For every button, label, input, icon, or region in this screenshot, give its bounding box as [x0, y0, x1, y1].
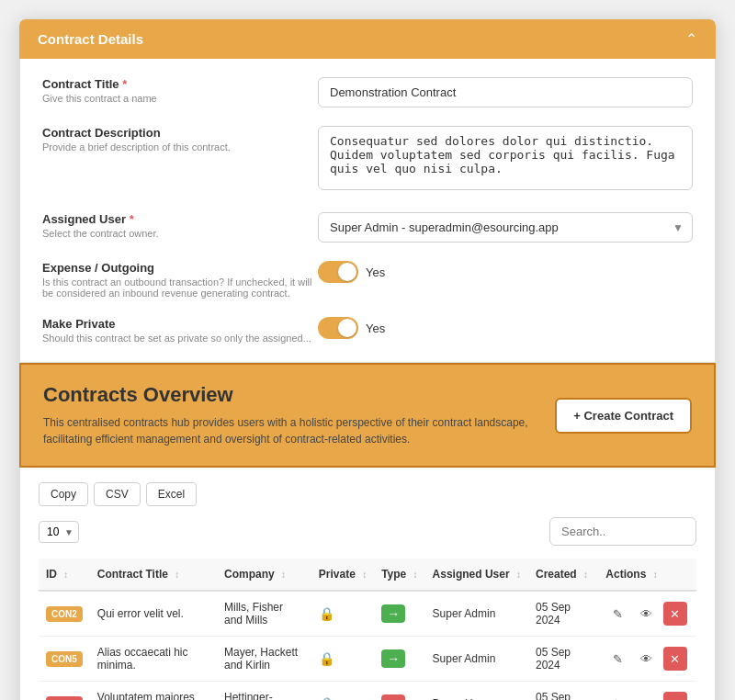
- edit-button[interactable]: ✎: [605, 647, 629, 671]
- th-id: ID ↕: [39, 559, 90, 591]
- th-company: Company ↕: [217, 559, 311, 591]
- th-private: Private ↕: [311, 559, 374, 591]
- lock-icon: 🔒: [319, 696, 334, 700]
- edit-button[interactable]: ✎: [605, 692, 629, 700]
- cell-id: CON2: [39, 591, 90, 637]
- contract-title-label-group: Contract Title * Give this contract a na…: [42, 77, 318, 104]
- make-private-label-group: Make Private Should this contract be set…: [42, 317, 318, 344]
- assigned-user-row: Assigned User * Select the contract owne…: [42, 212, 693, 243]
- expense-row: Expense / Outgoing Is this contract an o…: [42, 261, 693, 299]
- make-private-row: Make Private Should this contract be set…: [42, 317, 693, 344]
- contract-badge: CON2: [46, 606, 83, 622]
- make-private-toggle[interactable]: [318, 317, 358, 339]
- cell-company: Hettinger-Macejkovic: [217, 682, 311, 701]
- chevron-up-icon: ⌃: [685, 30, 697, 48]
- copy-button[interactable]: Copy: [39, 482, 88, 506]
- cell-private: 🔒: [311, 591, 374, 637]
- cell-title: Qui error velit vel.: [90, 591, 217, 637]
- table-header: ID ↕ Contract Title ↕ Company ↕ Private …: [39, 559, 696, 591]
- sort-icon-created: ↕: [583, 570, 588, 580]
- sort-icon-type: ↕: [413, 570, 418, 580]
- contract-title-label: Contract Title *: [42, 77, 318, 91]
- create-contract-button[interactable]: + Create Contract: [555, 398, 692, 434]
- contracts-overview-description: This centralised contracts hub provides …: [43, 414, 537, 447]
- sort-icon-actions: ↕: [653, 570, 658, 580]
- cell-title: Alias occaecati hic minima.: [90, 637, 217, 682]
- contract-description-row: Contract Description Provide a brief des…: [42, 126, 693, 194]
- sort-icon-company: ↕: [281, 570, 286, 580]
- delete-button[interactable]: ✕: [663, 602, 687, 626]
- contract-title-row: Contract Title * Give this contract a na…: [42, 77, 693, 107]
- cell-company: Mills, Fisher and Mills: [217, 591, 311, 637]
- type-badge: ↓: [381, 694, 405, 700]
- contract-title-field: [318, 77, 693, 107]
- expense-toggle[interactable]: [318, 261, 358, 283]
- expense-toggle-knob: [338, 263, 356, 281]
- per-page-wrapper: 10 25 50 ▼: [39, 521, 79, 543]
- required-star: *: [122, 77, 127, 91]
- excel-button[interactable]: Excel: [146, 482, 197, 506]
- expense-toggle-label: Yes: [366, 265, 385, 279]
- cell-private: 🔒: [311, 637, 374, 682]
- expense-label: Expense / Outgoing: [42, 261, 318, 275]
- csv-button[interactable]: CSV: [94, 482, 141, 506]
- table-section: Copy CSV Excel 10 25 50 ▼ ID ↕ Contract …: [19, 468, 716, 700]
- cell-assigned-user: Demo User: [425, 682, 528, 701]
- cell-actions: ✎ 👁 ✕: [598, 591, 696, 637]
- assigned-user-label: Assigned User *: [42, 212, 318, 226]
- table-body: CON2 Qui error velit vel. Mills, Fisher …: [39, 591, 696, 700]
- cell-company: Mayer, Hackett and Kirlin: [217, 637, 311, 682]
- view-button[interactable]: 👁: [635, 602, 659, 626]
- cell-id: CON5: [39, 637, 90, 682]
- sort-icon-id: ↕: [63, 570, 68, 580]
- table-header-row: ID ↕ Contract Title ↕ Company ↕ Private …: [39, 559, 696, 591]
- make-private-hint: Should this contract be set as private s…: [42, 333, 318, 344]
- main-container: Contract Details ⌃ Contract Title * Give…: [18, 18, 717, 700]
- expense-hint: Is this contract an outbound transaction…: [42, 277, 318, 299]
- contract-description-label-group: Contract Description Provide a brief des…: [42, 126, 318, 152]
- type-badge: →: [381, 604, 405, 623]
- assigned-user-select[interactable]: Super Admin - superadmin@esourcing.app: [318, 212, 693, 243]
- make-private-field: Yes: [318, 317, 693, 339]
- search-input[interactable]: [549, 517, 696, 546]
- contract-badge: CON5: [46, 651, 83, 667]
- contract-title-input[interactable]: [318, 77, 693, 107]
- th-type: Type ↕: [374, 559, 424, 591]
- contract-title-hint: Give this contract a name: [42, 93, 318, 104]
- view-button[interactable]: 👁: [635, 692, 659, 700]
- contract-details-body: Contract Title * Give this contract a na…: [19, 59, 716, 363]
- required-star-2: *: [130, 212, 134, 226]
- per-page-select[interactable]: 10 25 50: [39, 521, 79, 543]
- make-private-toggle-row: Yes: [318, 317, 693, 339]
- cell-assigned-user: Super Admin: [425, 591, 528, 637]
- lock-icon: 🔒: [319, 651, 334, 666]
- view-button[interactable]: 👁: [635, 647, 659, 671]
- lock-icon: 🔒: [319, 606, 334, 621]
- delete-button[interactable]: ✕: [663, 647, 687, 671]
- th-actions: Actions ↕: [598, 559, 696, 591]
- cell-type: →: [374, 637, 424, 682]
- table-controls-top: Copy CSV Excel: [39, 482, 696, 506]
- table-row: CON5 Alias occaecati hic minima. Mayer, …: [39, 637, 696, 682]
- cell-created: 05 Sep 2024: [528, 591, 598, 637]
- contract-description-label: Contract Description: [42, 126, 318, 140]
- contract-details-header: Contract Details ⌃: [19, 19, 716, 59]
- table-row: CON2 Qui error velit vel. Mills, Fisher …: [39, 591, 696, 637]
- table-row: CON7 Voluptatem maiores iure doloremque.…: [39, 682, 696, 701]
- th-assigned-user: Assigned User ↕: [425, 559, 528, 591]
- contracts-overview-text: Contracts Overview This centralised cont…: [43, 383, 537, 447]
- assigned-user-select-wrapper: Super Admin - superadmin@esourcing.app ▼: [318, 212, 693, 243]
- edit-button[interactable]: ✎: [605, 602, 629, 626]
- th-title: Contract Title ↕: [90, 559, 217, 591]
- contract-description-field: Consequatur sed dolores dolor qui distin…: [318, 126, 693, 194]
- cell-private: 🔒: [311, 682, 374, 701]
- delete-button[interactable]: ✕: [663, 692, 687, 700]
- cell-type: →: [374, 591, 424, 637]
- make-private-toggle-label: Yes: [366, 322, 385, 335]
- contract-description-textarea[interactable]: Consequatur sed dolores dolor qui distin…: [318, 126, 693, 190]
- type-badge: →: [381, 649, 405, 668]
- cell-assigned-user: Super Admin: [425, 637, 528, 682]
- cell-type: ↓: [374, 682, 424, 701]
- assigned-user-hint: Select the contract owner.: [42, 228, 318, 239]
- cell-title: Voluptatem maiores iure doloremque.: [90, 682, 217, 701]
